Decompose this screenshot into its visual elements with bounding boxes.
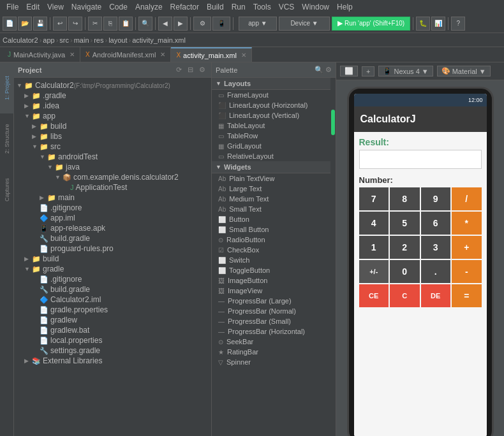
theme-select-btn[interactable]: 🎨 Material ▼ xyxy=(437,66,491,76)
palette-gridlayout[interactable]: ▦ GridLayout xyxy=(212,141,330,151)
run-app-button[interactable]: ▶ Run 'app' (Shift+F10) xyxy=(332,17,410,31)
help-button[interactable]: ? xyxy=(451,17,465,31)
palette-linearlayout-h[interactable]: ⬛ LinearLayout (Horizontal) xyxy=(212,100,330,110)
tree-buildgradle-app[interactable]: ▶ 🔧 build.gradle xyxy=(14,233,211,243)
sync-icon[interactable]: ⟳ xyxy=(174,65,184,75)
open-button[interactable]: 📂 xyxy=(18,17,32,31)
calc-btn-4[interactable]: 4 xyxy=(359,212,389,235)
palette-scrollbar[interactable] xyxy=(330,78,336,436)
sdk-manager[interactable]: ⚙ xyxy=(193,17,211,31)
tree-java[interactable]: ▼ 📁 java xyxy=(14,162,211,172)
palette-tablerow[interactable]: ▭ TableRow xyxy=(212,131,330,141)
tab-activitymainxml[interactable]: X activity_main.xml ✕ xyxy=(171,47,251,62)
calc-btn-0[interactable]: 0 xyxy=(390,260,420,283)
forward-button[interactable]: ▶ xyxy=(174,17,188,31)
back-button[interactable]: ◀ xyxy=(158,17,172,31)
breadcrumb-main[interactable]: main xyxy=(74,36,89,44)
palette-framelayout[interactable]: ▭ FrameLayout xyxy=(212,90,330,100)
tree-src[interactable]: ▼ 📁 src xyxy=(14,142,211,152)
tree-build1[interactable]: ▶ 📁 build xyxy=(14,121,211,131)
palette-radiobutton[interactable]: ⊙ RadioButton xyxy=(212,235,330,245)
menu-run[interactable]: Run xyxy=(228,1,249,13)
breadcrumb-app[interactable]: app xyxy=(43,36,54,44)
find-button[interactable]: 🔍 xyxy=(138,17,152,31)
device-select-btn[interactable]: 📱 Nexus 4 ▼ xyxy=(378,66,433,76)
coverage-button[interactable]: 📊 xyxy=(431,17,445,31)
tree-gitignore-root[interactable]: ▶ 📄 .gitignore xyxy=(14,274,211,284)
palette-largetext[interactable]: Ab Large Text xyxy=(212,184,330,194)
palette-mediumtext[interactable]: Ab Medium Text xyxy=(212,194,330,204)
tree-dotidea[interactable]: ▶ 📁 .idea xyxy=(14,101,211,111)
palette-imageview[interactable]: 🖼 ImageView xyxy=(212,286,330,296)
calc-btn-ce[interactable]: CE xyxy=(359,284,389,307)
debug-button[interactable]: 🐛 xyxy=(416,17,430,31)
paste-button[interactable]: 📋 xyxy=(119,17,133,31)
menu-vcs[interactable]: VCS xyxy=(275,1,299,13)
palette-ratingbar[interactable]: ★ RatingBar xyxy=(212,347,330,357)
palette-switch[interactable]: ⬜ Switch xyxy=(212,255,330,265)
tree-localprops[interactable]: ▶ 📄 local.properties xyxy=(14,335,211,345)
app-select[interactable]: app ▼ xyxy=(239,17,277,31)
palette-layouts-header[interactable]: ▼ Layouts xyxy=(212,78,330,90)
calc-btn-mul[interactable]: * xyxy=(452,212,482,235)
palette-smallbutton[interactable]: ⬜ Small Button xyxy=(212,224,330,235)
tree-buildgradle-root[interactable]: ▶ 🔧 build.gradle xyxy=(14,284,211,294)
calc-btn-add[interactable]: + xyxy=(452,236,482,259)
calc-btn-7[interactable]: 7 xyxy=(359,187,389,210)
tree-libs[interactable]: ▶ 📁 libs xyxy=(14,131,211,142)
calc-btn-c[interactable]: C xyxy=(390,284,420,307)
calc-btn-6[interactable]: 6 xyxy=(421,212,451,235)
zoom-fit-btn[interactable]: ⬜ xyxy=(340,66,358,76)
menu-tools[interactable]: Tools xyxy=(249,1,275,13)
calc-btn-sign[interactable]: +/- xyxy=(359,260,389,283)
menu-edit[interactable]: Edit xyxy=(22,1,43,13)
breadcrumb-file[interactable]: activity_main.xml xyxy=(132,36,186,44)
palette-linearlayout-v[interactable]: ⬛ LinearLayout (Vertical) xyxy=(212,110,330,120)
palette-search-icon[interactable]: 🔍 xyxy=(315,66,323,74)
menu-navigate[interactable]: Navigate xyxy=(68,1,105,13)
palette-tablelayout[interactable]: ▦ TableLayout xyxy=(212,120,330,131)
calc-btn-8[interactable]: 8 xyxy=(390,187,420,210)
cut-button[interactable]: ✂ xyxy=(88,17,102,31)
tree-androidtest[interactable]: ▼ 📁 androidTest xyxy=(14,152,211,162)
tree-appiml[interactable]: ▶ 🔷 app.iml xyxy=(14,213,211,223)
palette-checkbox[interactable]: ☑ CheckBox xyxy=(212,245,330,255)
device-select[interactable]: Device ▼ xyxy=(279,17,330,31)
tab-mainactivity[interactable]: J MainActivity.java ✕ xyxy=(3,47,80,62)
tree-apptest[interactable]: ▶ J ApplicationTest xyxy=(14,182,211,193)
tree-settingsgradle[interactable]: ▶ 🔧 settings.gradle xyxy=(14,345,211,356)
palette-progressbar-normal[interactable]: — ProgressBar (Normal) xyxy=(212,306,330,316)
save-button[interactable]: 💾 xyxy=(33,17,47,31)
breadcrumb-res[interactable]: res xyxy=(94,36,103,44)
tab-mainactivity-close[interactable]: ✕ xyxy=(70,51,75,58)
menu-help[interactable]: Help xyxy=(333,1,357,13)
tree-main[interactable]: ▶ 📁 main xyxy=(14,193,211,203)
panel-captures[interactable]: Captures xyxy=(0,164,14,215)
calc-btn-dot[interactable]: . xyxy=(421,260,451,283)
menu-view[interactable]: View xyxy=(43,1,68,13)
breadcrumb-layout[interactable]: layout xyxy=(108,36,127,44)
palette-seekbar[interactable]: ⊙ SeekBar xyxy=(212,337,330,347)
tab-androidmanifest[interactable]: X AndroidManifest.xml ✕ xyxy=(80,47,171,62)
tree-extlibs[interactable]: ▶ 📚 External Libraries xyxy=(14,356,211,366)
tree-package[interactable]: ▼ 📦 com.example.denis.calculator2 xyxy=(14,172,211,182)
palette-relativelayout[interactable]: ▭ RelativeLayout xyxy=(212,151,330,161)
avd-manager[interactable]: 📱 xyxy=(212,17,230,31)
tree-apk[interactable]: ▶ 📱 app-release.apk xyxy=(14,223,211,233)
tab-activitymainxml-close[interactable]: ✕ xyxy=(241,52,246,59)
copy-button[interactable]: ⎘ xyxy=(103,17,117,31)
menu-code[interactable]: Code xyxy=(105,1,131,13)
collapse-all-icon[interactable]: ⊟ xyxy=(186,65,195,75)
redo-button[interactable]: ↪ xyxy=(68,17,82,31)
tree-calc2iml[interactable]: ▶ 🔷 Calculator2.iml xyxy=(14,294,211,305)
new-button[interactable]: 📄 xyxy=(3,17,17,31)
tree-gradlew[interactable]: ▶ 📄 gradlew xyxy=(14,315,211,325)
palette-progressbar-horiz[interactable]: — ProgressBar (Horizontal) xyxy=(212,326,330,337)
tree-gradleprops[interactable]: ▶ 📄 gradle.properties xyxy=(14,305,211,315)
calc-btn-5[interactable]: 5 xyxy=(390,212,420,235)
panel-structure[interactable]: 2: Structure xyxy=(0,113,14,164)
calc-btn-sub[interactable]: - xyxy=(452,260,482,283)
tree-gradlewbat[interactable]: ▶ 📄 gradlew.bat xyxy=(14,325,211,335)
breadcrumb-src[interactable]: src xyxy=(59,36,69,44)
tree-dotgradle[interactable]: ▶ 📁 .gradle xyxy=(14,91,211,101)
